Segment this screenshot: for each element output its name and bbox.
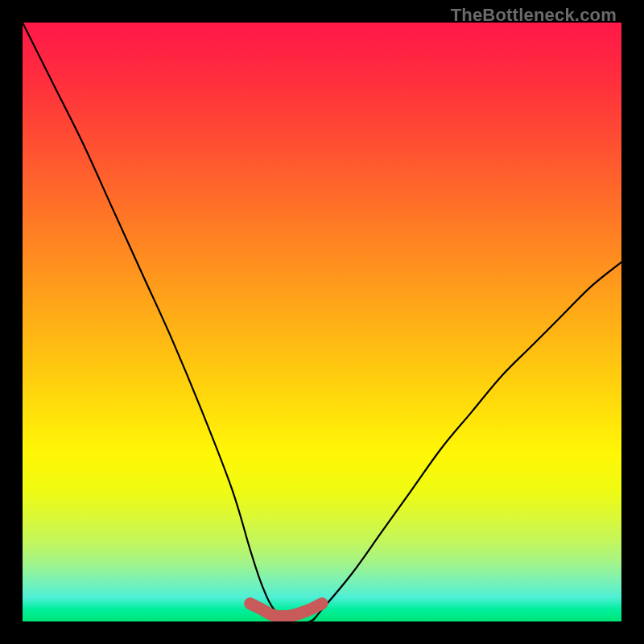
bottleneck-curve xyxy=(23,23,621,621)
plot-area xyxy=(23,23,621,621)
optimal-flat-segment xyxy=(250,604,322,617)
curve-layer xyxy=(23,23,621,621)
chart-frame: TheBottleneck.com xyxy=(0,0,644,644)
